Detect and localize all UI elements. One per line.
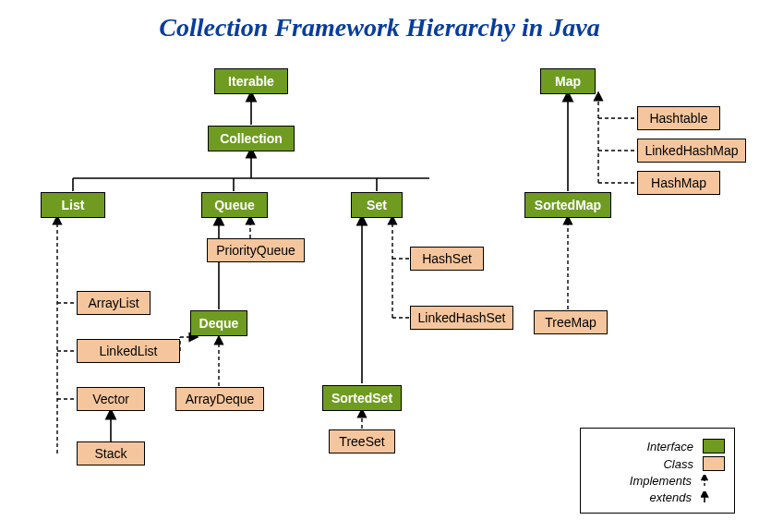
node-arraydeque: ArrayDeque — [175, 387, 264, 411]
node-hashtable: Hashtable — [637, 106, 720, 130]
node-vector: Vector — [77, 387, 145, 411]
node-linkedhashset: LinkedHashSet — [410, 306, 513, 330]
diagram-canvas: Collection Framework Hierarchy in Java — [0, 0, 759, 532]
node-sortedset: SortedSet — [322, 385, 402, 411]
node-deque: Deque — [190, 310, 247, 336]
extends-line-icon — [701, 491, 725, 504]
class-swatch-icon — [703, 456, 725, 471]
node-priorityqueue: PriorityQueue — [207, 238, 305, 262]
implements-line-icon — [701, 475, 725, 488]
legend-class-label: Class — [590, 457, 693, 471]
node-sortedmap: SortedMap — [524, 192, 611, 218]
legend-implements: Implements — [590, 474, 725, 488]
node-linkedlist: LinkedList — [77, 339, 180, 363]
diagram-title: Collection Framework Hierarchy in Java — [0, 13, 759, 42]
legend-extends: extends — [590, 490, 725, 504]
node-list: List — [41, 192, 105, 218]
legend-interface-label: Interface — [590, 440, 693, 453]
node-hashset: HashSet — [410, 247, 484, 271]
node-treeset: TreeSet — [329, 429, 395, 453]
node-iterable: Iterable — [214, 68, 288, 94]
node-collection: Collection — [208, 126, 295, 151]
node-hashmap: HashMap — [637, 171, 720, 195]
node-map: Map — [540, 68, 596, 94]
node-arraylist: ArrayList — [77, 291, 151, 315]
node-set: Set — [351, 192, 403, 218]
legend-class: Class — [590, 456, 725, 471]
node-treemap: TreeMap — [534, 310, 608, 334]
legend-interface: Interface — [590, 439, 725, 453]
legend-implements-label: Implements — [590, 474, 692, 488]
node-queue: Queue — [201, 192, 268, 218]
node-stack: Stack — [77, 441, 145, 466]
interface-swatch-icon — [703, 439, 725, 453]
node-linkedhashmap: LinkedHashMap — [637, 139, 746, 163]
legend-extends-label: extends — [590, 490, 692, 504]
legend: Interface Class Implements extends — [580, 428, 735, 514]
